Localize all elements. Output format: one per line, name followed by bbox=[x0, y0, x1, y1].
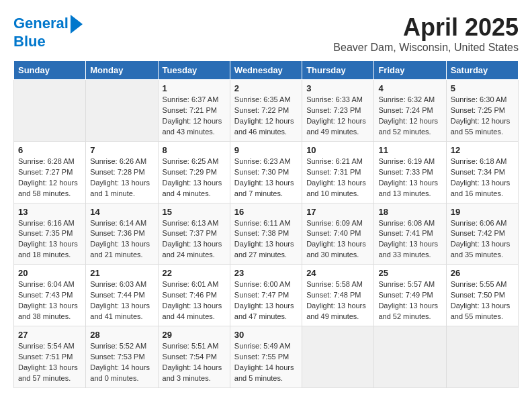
day-info: Sunrise: 6:16 AM Sunset: 7:35 PM Dayligh… bbox=[18, 218, 81, 261]
calendar-cell bbox=[302, 326, 374, 388]
day-info: Sunrise: 5:57 AM Sunset: 7:49 PM Dayligh… bbox=[378, 279, 441, 322]
day-info: Sunrise: 6:18 AM Sunset: 7:34 PM Dayligh… bbox=[451, 156, 514, 199]
day-info: Sunrise: 6:14 AM Sunset: 7:36 PM Dayligh… bbox=[90, 218, 153, 261]
page-header: General Blue April 2025 Beaver Dam, Wisc… bbox=[13, 13, 519, 54]
day-info: Sunrise: 6:33 AM Sunset: 7:23 PM Dayligh… bbox=[306, 95, 369, 138]
calendar-cell: 12Sunrise: 6:18 AM Sunset: 7:34 PM Dayli… bbox=[446, 141, 518, 203]
day-number: 23 bbox=[234, 268, 298, 278]
calendar-cell: 3Sunrise: 6:33 AM Sunset: 7:23 PM Daylig… bbox=[302, 80, 374, 142]
day-info: Sunrise: 6:13 AM Sunset: 7:37 PM Dayligh… bbox=[163, 218, 226, 261]
day-info: Sunrise: 6:37 AM Sunset: 7:21 PM Dayligh… bbox=[163, 95, 226, 138]
calendar-cell: 6Sunrise: 6:28 AM Sunset: 7:27 PM Daylig… bbox=[14, 141, 86, 203]
day-info: Sunrise: 6:09 AM Sunset: 7:40 PM Dayligh… bbox=[306, 218, 369, 261]
day-number: 27 bbox=[18, 330, 81, 340]
day-info: Sunrise: 6:23 AM Sunset: 7:30 PM Dayligh… bbox=[234, 156, 298, 199]
day-number: 11 bbox=[378, 145, 441, 155]
calendar-cell: 29Sunrise: 5:51 AM Sunset: 7:54 PM Dayli… bbox=[158, 326, 230, 388]
calendar-table: SundayMondayTuesdayWednesdayThursdayFrid… bbox=[13, 60, 519, 388]
day-info: Sunrise: 6:19 AM Sunset: 7:33 PM Dayligh… bbox=[378, 156, 441, 199]
day-number: 30 bbox=[234, 330, 298, 340]
calendar-cell: 14Sunrise: 6:14 AM Sunset: 7:36 PM Dayli… bbox=[86, 203, 158, 265]
day-header-wednesday: Wednesday bbox=[230, 61, 302, 80]
day-info: Sunrise: 5:58 AM Sunset: 7:48 PM Dayligh… bbox=[306, 279, 369, 322]
day-number: 20 bbox=[18, 268, 81, 278]
day-info: Sunrise: 6:32 AM Sunset: 7:24 PM Dayligh… bbox=[378, 95, 441, 138]
calendar-body: 1Sunrise: 6:37 AM Sunset: 7:21 PM Daylig… bbox=[14, 80, 519, 388]
logo: General Blue bbox=[13, 13, 83, 50]
calendar-cell: 17Sunrise: 6:09 AM Sunset: 7:40 PM Dayli… bbox=[302, 203, 374, 265]
calendar-cell: 8Sunrise: 6:25 AM Sunset: 7:29 PM Daylig… bbox=[158, 141, 230, 203]
day-info: Sunrise: 6:04 AM Sunset: 7:43 PM Dayligh… bbox=[18, 279, 81, 322]
day-number: 24 bbox=[306, 268, 369, 278]
day-number: 2 bbox=[234, 83, 298, 93]
calendar-cell: 2Sunrise: 6:35 AM Sunset: 7:22 PM Daylig… bbox=[230, 80, 302, 142]
day-number: 28 bbox=[90, 330, 153, 340]
day-header-tuesday: Tuesday bbox=[158, 61, 230, 80]
location-subtitle: Beaver Dam, Wisconsin, United States bbox=[333, 42, 519, 54]
day-header-saturday: Saturday bbox=[446, 61, 518, 80]
day-info: Sunrise: 6:00 AM Sunset: 7:47 PM Dayligh… bbox=[234, 279, 298, 322]
day-number: 17 bbox=[306, 207, 369, 217]
calendar-week-row: 1Sunrise: 6:37 AM Sunset: 7:21 PM Daylig… bbox=[14, 80, 519, 142]
day-number: 14 bbox=[90, 207, 153, 217]
calendar-header-row: SundayMondayTuesdayWednesdayThursdayFrid… bbox=[14, 61, 519, 80]
day-info: Sunrise: 6:28 AM Sunset: 7:27 PM Dayligh… bbox=[18, 156, 81, 199]
day-number: 8 bbox=[163, 145, 226, 155]
day-number: 4 bbox=[378, 83, 441, 93]
day-number: 19 bbox=[451, 207, 514, 217]
day-info: Sunrise: 6:30 AM Sunset: 7:25 PM Dayligh… bbox=[451, 95, 514, 138]
calendar-cell: 11Sunrise: 6:19 AM Sunset: 7:33 PM Dayli… bbox=[374, 141, 446, 203]
day-info: Sunrise: 6:21 AM Sunset: 7:31 PM Dayligh… bbox=[306, 156, 369, 199]
day-info: Sunrise: 6:03 AM Sunset: 7:44 PM Dayligh… bbox=[90, 279, 153, 322]
day-number: 22 bbox=[163, 268, 226, 278]
calendar-cell bbox=[14, 80, 86, 142]
calendar-cell: 7Sunrise: 6:26 AM Sunset: 7:28 PM Daylig… bbox=[86, 141, 158, 203]
day-number: 9 bbox=[234, 145, 298, 155]
calendar-cell: 27Sunrise: 5:54 AM Sunset: 7:51 PM Dayli… bbox=[14, 326, 86, 388]
day-info: Sunrise: 6:01 AM Sunset: 7:46 PM Dayligh… bbox=[163, 279, 226, 322]
day-number: 1 bbox=[163, 83, 226, 93]
day-number: 29 bbox=[163, 330, 226, 340]
day-number: 10 bbox=[306, 145, 369, 155]
logo-arrow-icon bbox=[71, 15, 83, 34]
day-number: 12 bbox=[451, 145, 514, 155]
calendar-cell: 22Sunrise: 6:01 AM Sunset: 7:46 PM Dayli… bbox=[158, 265, 230, 326]
logo-blue-text: Blue bbox=[13, 34, 46, 50]
calendar-cell: 24Sunrise: 5:58 AM Sunset: 7:48 PM Dayli… bbox=[302, 265, 374, 326]
day-info: Sunrise: 5:54 AM Sunset: 7:51 PM Dayligh… bbox=[18, 341, 81, 384]
day-number: 6 bbox=[18, 145, 81, 155]
day-header-monday: Monday bbox=[86, 61, 158, 80]
day-info: Sunrise: 5:49 AM Sunset: 7:55 PM Dayligh… bbox=[234, 341, 298, 384]
calendar-week-row: 27Sunrise: 5:54 AM Sunset: 7:51 PM Dayli… bbox=[14, 326, 519, 388]
logo-text: General bbox=[13, 15, 69, 32]
day-info: Sunrise: 6:08 AM Sunset: 7:41 PM Dayligh… bbox=[378, 218, 441, 261]
day-number: 21 bbox=[90, 268, 153, 278]
day-header-friday: Friday bbox=[374, 61, 446, 80]
day-number: 25 bbox=[378, 268, 441, 278]
calendar-cell: 20Sunrise: 6:04 AM Sunset: 7:43 PM Dayli… bbox=[14, 265, 86, 326]
month-year-title: April 2025 bbox=[333, 13, 519, 42]
day-info: Sunrise: 6:25 AM Sunset: 7:29 PM Dayligh… bbox=[163, 156, 226, 199]
calendar-week-row: 13Sunrise: 6:16 AM Sunset: 7:35 PM Dayli… bbox=[14, 203, 519, 265]
day-header-thursday: Thursday bbox=[302, 61, 374, 80]
calendar-cell: 30Sunrise: 5:49 AM Sunset: 7:55 PM Dayli… bbox=[230, 326, 302, 388]
calendar-cell: 26Sunrise: 5:55 AM Sunset: 7:50 PM Dayli… bbox=[446, 265, 518, 326]
day-header-sunday: Sunday bbox=[14, 61, 86, 80]
day-info: Sunrise: 5:55 AM Sunset: 7:50 PM Dayligh… bbox=[451, 279, 514, 322]
calendar-cell: 13Sunrise: 6:16 AM Sunset: 7:35 PM Dayli… bbox=[14, 203, 86, 265]
day-info: Sunrise: 6:35 AM Sunset: 7:22 PM Dayligh… bbox=[234, 95, 298, 138]
calendar-cell bbox=[446, 326, 518, 388]
calendar-cell: 15Sunrise: 6:13 AM Sunset: 7:37 PM Dayli… bbox=[158, 203, 230, 265]
day-info: Sunrise: 5:51 AM Sunset: 7:54 PM Dayligh… bbox=[163, 341, 226, 384]
day-info: Sunrise: 5:52 AM Sunset: 7:53 PM Dayligh… bbox=[90, 341, 153, 384]
calendar-cell bbox=[86, 80, 158, 142]
calendar-cell: 4Sunrise: 6:32 AM Sunset: 7:24 PM Daylig… bbox=[374, 80, 446, 142]
day-number: 7 bbox=[90, 145, 153, 155]
calendar-cell bbox=[374, 326, 446, 388]
calendar-cell: 21Sunrise: 6:03 AM Sunset: 7:44 PM Dayli… bbox=[86, 265, 158, 326]
calendar-cell: 18Sunrise: 6:08 AM Sunset: 7:41 PM Dayli… bbox=[374, 203, 446, 265]
calendar-cell: 25Sunrise: 5:57 AM Sunset: 7:49 PM Dayli… bbox=[374, 265, 446, 326]
title-block: April 2025 Beaver Dam, Wisconsin, United… bbox=[333, 13, 519, 54]
calendar-cell: 10Sunrise: 6:21 AM Sunset: 7:31 PM Dayli… bbox=[302, 141, 374, 203]
day-info: Sunrise: 6:26 AM Sunset: 7:28 PM Dayligh… bbox=[90, 156, 153, 199]
